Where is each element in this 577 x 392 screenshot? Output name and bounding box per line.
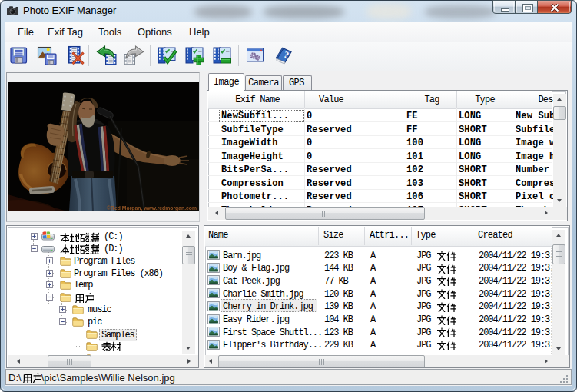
svg-text:©Red Morgan, www.redmorgan.com: ©Red Morgan, www.redmorgan.com bbox=[107, 205, 197, 211]
